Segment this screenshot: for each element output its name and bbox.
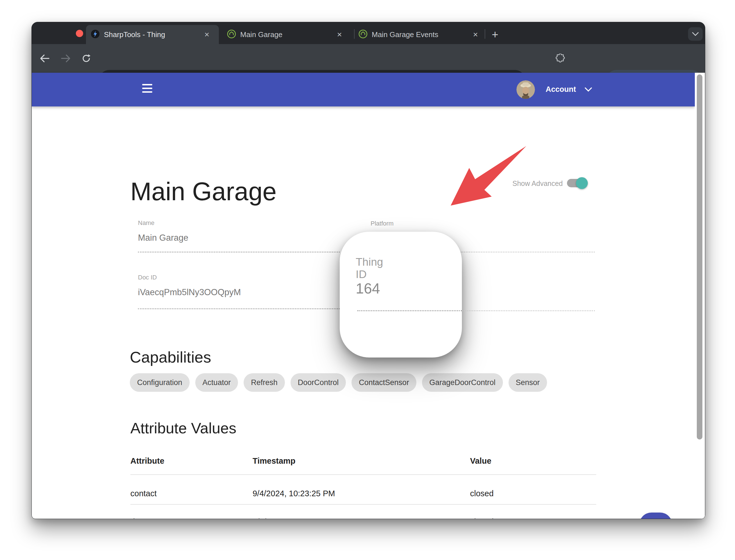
- annotation-arrow: [32, 22, 705, 519]
- browser-window: SharpTools - Thing × Main Garage × Main …: [31, 22, 705, 519]
